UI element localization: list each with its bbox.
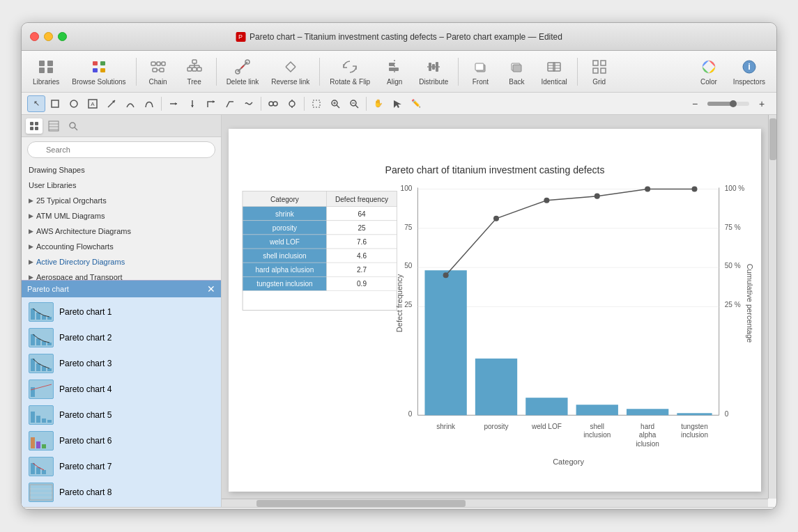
- next-page-button[interactable]: ▶: [55, 510, 68, 510]
- zoom-minus-btn[interactable]: −: [686, 95, 704, 112]
- area-select-tool[interactable]: [307, 95, 325, 112]
- svg-point-63: [273, 102, 277, 106]
- select-tool[interactable]: ↖: [27, 95, 45, 112]
- bar-weld-lof[interactable]: [525, 398, 567, 415]
- sidebar-search-wrap: 🔍: [22, 137, 221, 162]
- anchor-tool[interactable]: [283, 95, 301, 112]
- rect-tool[interactable]: [46, 95, 64, 112]
- pareto-item-7[interactable]: Pareto chart 7: [24, 455, 218, 478]
- grid-icon: [590, 57, 609, 77]
- horizontal-scrollbar[interactable]: [222, 499, 768, 507]
- front-button[interactable]: Front: [463, 54, 498, 90]
- zoom-plus-btn[interactable]: +: [753, 95, 771, 112]
- identical-label: Identical: [541, 78, 567, 86]
- bar-hard-alpha[interactable]: [627, 409, 668, 415]
- sidebar-item-drawing-shapes[interactable]: Drawing Shapes: [22, 162, 221, 178]
- browse-solutions-button[interactable]: Browse Solutions: [66, 54, 131, 90]
- bar-shrink[interactable]: [424, 270, 466, 415]
- pareto-header: Pareto chart ✕: [22, 281, 221, 297]
- sidebar-item-aerospace[interactable]: ▶ Aerospace and Transport: [22, 269, 221, 280]
- connect2-tool[interactable]: [264, 95, 282, 112]
- pareto-close-button[interactable]: ✕: [207, 283, 215, 295]
- rotate-flip-button[interactable]: Rotate & Flip: [324, 54, 376, 90]
- pan-tool[interactable]: ✋: [369, 95, 388, 112]
- line-h-tool[interactable]: [164, 95, 183, 112]
- browse-solutions-label: Browse Solutions: [72, 78, 125, 86]
- line-dot-1: [443, 272, 449, 278]
- inspectors-button[interactable]: i Inspectors: [728, 54, 771, 90]
- zoom-out-tool[interactable]: [345, 95, 363, 112]
- sidebar-item-orgcharts[interactable]: ▶ 25 Typical Orgcharts: [22, 193, 221, 208]
- bar-porosity[interactable]: [475, 359, 517, 415]
- bar-tungsten[interactable]: [677, 413, 712, 415]
- chain-button[interactable]: Chain: [141, 54, 176, 90]
- pareto-item-2[interactable]: Pareto chart 2: [24, 326, 218, 350]
- svg-text:25: 25: [404, 301, 413, 308]
- search-input[interactable]: [27, 141, 215, 158]
- line-corner-tool[interactable]: [202, 95, 220, 112]
- svg-text:shell inclusion: shell inclusion: [263, 252, 307, 260]
- distribute-button[interactable]: Distribute: [413, 54, 454, 90]
- vertical-scrollbar[interactable]: [768, 115, 776, 499]
- grid-button[interactable]: Grid: [582, 54, 617, 90]
- browse-solutions-icon: [89, 57, 109, 77]
- sidebar-item-label: AWS Architecture Diagrams: [36, 227, 131, 235]
- pareto-item-8[interactable]: Pareto chart 8: [24, 480, 218, 504]
- back-button[interactable]: Back: [499, 54, 534, 90]
- color-button[interactable]: Color: [691, 54, 726, 90]
- sidebar-item-aws[interactable]: ▶ AWS Architecture Diagrams: [22, 224, 221, 239]
- data-table: Category Defect frequency shrink 64 poro…: [243, 191, 397, 311]
- ellipse-tool[interactable]: [65, 95, 83, 112]
- prev-page-button[interactable]: ◀: [42, 510, 54, 510]
- pointer-tool[interactable]: [388, 95, 406, 112]
- svg-text:hard alpha iclusion: hard alpha iclusion: [256, 266, 314, 274]
- zoom-select[interactable]: Custom 80% 50% 75% 100% 150%: [119, 509, 175, 510]
- svg-rect-34: [432, 64, 435, 70]
- svg-text:porosity: porosity: [484, 423, 508, 430]
- pareto-thumb-5: [29, 405, 54, 425]
- svg-rect-33: [429, 63, 431, 71]
- curve-tool[interactable]: [121, 95, 139, 112]
- bar-shell-inclusion[interactable]: [576, 405, 618, 415]
- maximize-button[interactable]: [58, 32, 67, 41]
- identical-button[interactable]: Identical: [535, 54, 572, 90]
- sidebar-tab-grid[interactable]: [45, 118, 62, 134]
- pareto-panel: Pareto chart ✕ Pareto chart 1 Par: [22, 280, 221, 507]
- reverse-link-button[interactable]: Reverse link: [266, 54, 315, 90]
- sidebar-tab-list[interactable]: [26, 118, 43, 134]
- minimize-button[interactable]: [44, 32, 53, 41]
- svg-rect-22: [187, 68, 192, 71]
- text-tool[interactable]: A: [84, 95, 102, 112]
- svg-text:7.6: 7.6: [357, 238, 367, 246]
- back-label: Back: [509, 78, 524, 86]
- rotate-flip-label: Rotate & Flip: [330, 78, 370, 86]
- line-dot-4: [594, 194, 600, 199]
- close-button[interactable]: [30, 32, 39, 41]
- svg-rect-105: [36, 441, 40, 448]
- align-button[interactable]: Align: [377, 54, 412, 90]
- svg-marker-61: [213, 100, 215, 103]
- pareto-item-3[interactable]: Pareto chart 3: [24, 352, 218, 375]
- freehand-tool[interactable]: [240, 95, 258, 112]
- svg-rect-102: [42, 418, 46, 423]
- canvas-content[interactable]: Pareto chart of titanium investment cast…: [222, 115, 768, 499]
- tree-button[interactable]: Tree: [177, 54, 212, 90]
- sidebar-item-accounting[interactable]: ▶ Accounting Flowcharts: [22, 239, 221, 254]
- pareto-item-5[interactable]: Pareto chart 5: [24, 403, 218, 427]
- pareto-item-4[interactable]: Pareto chart 4: [24, 377, 218, 401]
- svg-marker-58: [175, 102, 177, 105]
- libraries-button[interactable]: Libraries: [27, 54, 65, 90]
- zoom-in-tool[interactable]: [326, 95, 344, 112]
- bezier-tool[interactable]: [140, 95, 158, 112]
- sidebar-item-user-libraries[interactable]: User Libraries: [22, 178, 221, 193]
- sidebar-tab-search[interactable]: [65, 118, 82, 134]
- pareto-item-6[interactable]: Pareto chart 6: [24, 429, 218, 453]
- connect-tool[interactable]: [102, 95, 121, 112]
- pen-tool[interactable]: ✏️: [407, 95, 425, 112]
- line-v-tool[interactable]: [183, 95, 201, 112]
- delete-link-button[interactable]: Delete link: [221, 54, 265, 90]
- sidebar-item-atm-uml[interactable]: ▶ ATM UML Diagrams: [22, 208, 221, 224]
- waypoint-tool[interactable]: [221, 95, 239, 112]
- sidebar-item-active-directory[interactable]: ▶ Active Directory Diagrams: [22, 254, 221, 269]
- pareto-item-1[interactable]: Pareto chart 1: [24, 300, 218, 324]
